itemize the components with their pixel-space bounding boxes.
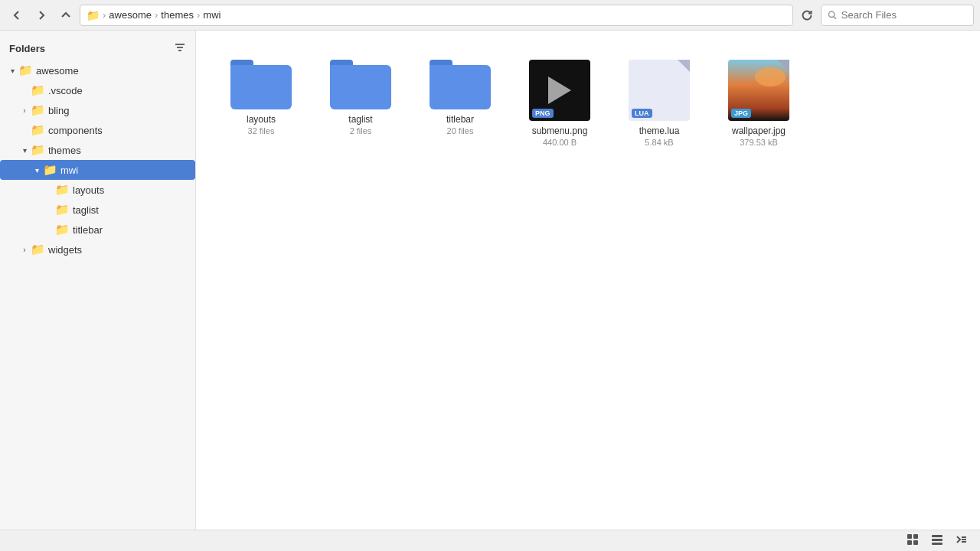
file-meta: 2 files (350, 126, 372, 135)
file-type-badge: JPG (731, 109, 751, 118)
sidebar-item-label: bling (48, 105, 69, 116)
file-thumbnail-lua: LUA (629, 60, 690, 121)
list-item[interactable]: LUA theme.lua 5.84 kB (617, 54, 701, 153)
folder-icon: 📁 (31, 103, 44, 117)
sidebar-item-label: widgets (48, 244, 82, 256)
file-area: layouts 32 files taglist 2 files titleba… (196, 31, 980, 530)
folder-icon: 📁 (55, 223, 69, 236)
folder-icon: 📁 (31, 143, 44, 157)
search-icon (828, 10, 837, 20)
folder-icon: 📁 (31, 83, 44, 97)
list-item[interactable]: PNG submenu.png 440.00 B (518, 54, 602, 153)
breadcrumb: 📁 › awesome › themes › mwi (80, 5, 793, 26)
svg-rect-8 (913, 540, 918, 545)
sidebar-item-label: components (48, 125, 103, 136)
folder-icon: 📁 (31, 243, 44, 256)
sidebar-sort-button[interactable] (174, 41, 186, 56)
file-thumbnail-jpg: JPG (728, 60, 789, 121)
chevron-down-icon: ▾ (31, 166, 43, 174)
svg-rect-7 (907, 540, 912, 545)
file-name: submenu.png (532, 126, 588, 136)
folder-thumbnail (430, 60, 491, 109)
sidebar-item-themes[interactable]: ▾ 📁 themes (0, 140, 195, 160)
chevron-down-icon: ▾ (6, 67, 18, 75)
chevron-right-icon: › (18, 246, 31, 254)
file-corner-fold (777, 60, 789, 72)
search-input[interactable] (841, 9, 967, 21)
file-name: titlebar (446, 114, 474, 125)
sidebar-item-awesome[interactable]: ▾ 📁 awesome (0, 60, 195, 80)
sidebar-item-mwi[interactable]: ▾ 📁 mwi (0, 160, 195, 180)
back-button[interactable] (6, 6, 28, 24)
svg-rect-6 (913, 534, 918, 539)
file-name: taglist (348, 114, 372, 125)
sidebar-item-label: themes (48, 145, 81, 156)
forward-button[interactable] (31, 6, 52, 24)
file-meta: 5.84 kB (645, 138, 673, 147)
file-meta: 20 files (447, 126, 474, 135)
svg-rect-10 (932, 539, 942, 541)
breadcrumb-sep-2: › (197, 9, 200, 21)
folder-thumbnail (330, 60, 391, 109)
file-name: theme.lua (639, 126, 680, 136)
sort-button[interactable] (952, 532, 971, 549)
sidebar-item-vscode[interactable]: 📁 .vscode (0, 80, 195, 100)
sidebar-item-label: awesome (36, 65, 79, 77)
statusbar (0, 530, 980, 551)
list-item[interactable]: layouts 32 files (219, 54, 303, 153)
folder-icon: 📁 (43, 163, 57, 177)
sidebar: Folders ▾ 📁 awesome 📁 .vscode › 📁 (0, 31, 196, 530)
file-name: layouts (247, 114, 276, 125)
folder-icon: 📁 (18, 64, 32, 77)
folder-icon: 📁 (55, 183, 69, 197)
file-meta: 379.53 kB (740, 138, 778, 147)
chevron-down-icon: ▾ (18, 146, 31, 155)
play-icon (548, 77, 571, 104)
grid-view-button[interactable] (903, 532, 922, 549)
svg-line-1 (834, 17, 836, 19)
refresh-button[interactable] (796, 6, 818, 24)
file-thumbnail-png: PNG (529, 60, 590, 121)
sidebar-header: Folders (0, 37, 195, 60)
folder-icon: 📁 (31, 123, 44, 137)
sidebar-item-components[interactable]: 📁 components (0, 120, 195, 140)
list-item[interactable]: taglist 2 files (318, 54, 403, 153)
svg-point-0 (828, 11, 834, 17)
main-area: Folders ▾ 📁 awesome 📁 .vscode › 📁 (0, 31, 980, 530)
sidebar-item-label: mwi (60, 165, 78, 176)
file-type-badge: PNG (532, 109, 554, 118)
breadcrumb-sep-0: › (103, 9, 106, 21)
sidebar-item-label: layouts (73, 184, 104, 196)
folder-thumbnail (230, 60, 292, 109)
breadcrumb-awesome[interactable]: awesome (109, 9, 152, 21)
toolbar: 📁 › awesome › themes › mwi (0, 0, 980, 31)
file-name: wallpaper.jpg (732, 126, 786, 136)
file-meta: 32 files (248, 126, 275, 135)
chevron-right-icon: › (18, 106, 31, 115)
list-item[interactable]: titlebar 20 files (418, 54, 502, 153)
sidebar-item-label: titlebar (73, 224, 103, 236)
file-type-badge: LUA (632, 109, 652, 118)
sidebar-item-layouts[interactable]: 📁 layouts (0, 180, 195, 200)
sidebar-item-bling[interactable]: › 📁 bling (0, 100, 195, 120)
breadcrumb-sep-1: › (155, 9, 158, 21)
breadcrumb-root-icon: 📁 (87, 9, 100, 21)
search-box (821, 5, 974, 26)
list-view-button[interactable] (928, 532, 946, 549)
sidebar-item-label: taglist (73, 204, 99, 216)
list-item[interactable]: JPG wallpaper.jpg 379.53 kB (717, 54, 801, 153)
file-meta: 440.00 B (543, 138, 577, 147)
file-corner-fold (678, 60, 690, 72)
folder-icon: 📁 (55, 203, 69, 217)
sidebar-item-label: .vscode (48, 85, 83, 96)
breadcrumb-mwi[interactable]: mwi (203, 9, 220, 21)
sidebar-item-widgets[interactable]: › 📁 widgets (0, 240, 195, 259)
sidebar-item-titlebar[interactable]: 📁 titlebar (0, 220, 195, 240)
breadcrumb-themes[interactable]: themes (161, 9, 194, 21)
svg-rect-5 (907, 534, 912, 539)
svg-rect-9 (932, 535, 942, 537)
sidebar-title: Folders (9, 43, 45, 54)
sidebar-item-taglist[interactable]: 📁 taglist (0, 200, 195, 220)
svg-rect-11 (932, 543, 942, 545)
up-button[interactable] (55, 6, 77, 24)
